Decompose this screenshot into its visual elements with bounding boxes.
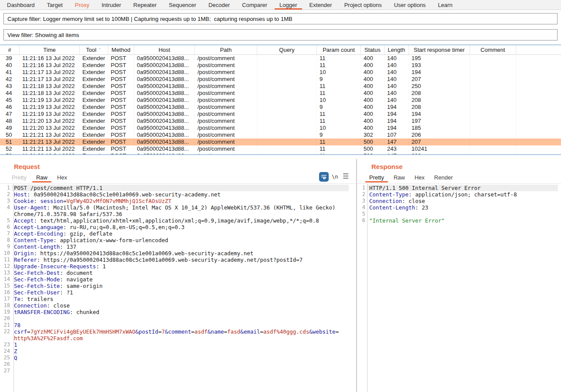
- request-editor[interactable]: 1POST /post/comment HTTP/1.12Host: 0a950…: [0, 183, 356, 374]
- menu-tab-dashboard[interactable]: Dashboard: [1, 0, 41, 10]
- column-header-tool[interactable]: Tool⌃: [80, 45, 108, 54]
- menu-tab-logger[interactable]: Logger: [273, 0, 303, 10]
- cell-status: 400: [361, 55, 384, 62]
- line-number: 2: [0, 191, 12, 198]
- log-row-49[interactable]: 4911:21:20 13 Jul 2022ExtenderPOST0a9500…: [0, 125, 561, 132]
- newline-icon[interactable]: \n: [332, 174, 338, 180]
- log-row-44[interactable]: 4411:21:18 13 Jul 2022ExtenderPOST0a9500…: [0, 90, 561, 97]
- log-row-50[interactable]: 5011:21:21 13 Jul 2022ExtenderPOST0a9500…: [0, 132, 561, 139]
- response-editor[interactable]: 1HTTP/1.1 500 Internal Server Error2Cont…: [357, 183, 561, 224]
- cell-query: [257, 76, 317, 83]
- column-header-number[interactable]: #: [0, 45, 20, 54]
- response-tab-hex[interactable]: Hex: [410, 172, 429, 182]
- menu-tab-user-options[interactable]: User options: [388, 0, 432, 10]
- log-row-45[interactable]: 4511:21:19 13 Jul 2022ExtenderPOST0a9500…: [0, 97, 561, 104]
- cell-time: 11:21:16 13 Jul 2022: [20, 55, 80, 62]
- menu-tab-project-options[interactable]: Project options: [338, 0, 388, 10]
- menu-tab-learn[interactable]: Learn: [432, 0, 459, 10]
- response-tab-render[interactable]: Render: [429, 172, 458, 182]
- editor-menu-icon[interactable]: ☰: [343, 172, 349, 180]
- log-row-40[interactable]: 4011:21:16 13 Jul 2022ExtenderPOST0a9500…: [0, 62, 561, 69]
- cell-length: 140: [384, 83, 409, 90]
- log-row-51[interactable]: 5111:21:21 13 Jul 2022ExtenderPOST0a9500…: [0, 139, 561, 145]
- request-tabs: PrettyRawHex: [7, 172, 72, 182]
- cell-param-count: 10: [317, 125, 361, 132]
- log-row-42[interactable]: 4211:21:17 13 Jul 2022ExtenderPOST0a9500…: [0, 76, 561, 83]
- log-row-52[interactable]: 5211:21:21 13 Jul 2022ExtenderPOST0a9500…: [0, 145, 561, 152]
- line-number: 14: [0, 276, 12, 283]
- menu-tab-target[interactable]: Target: [41, 0, 69, 10]
- cell-comment: [470, 69, 516, 76]
- editor-line: 17Te: trailers: [0, 296, 356, 302]
- editor-line: 16Sec-Fetch-User: ?1: [0, 289, 356, 296]
- response-gutter-divider: [367, 184, 367, 392]
- column-header-comment[interactable]: Comment: [470, 45, 516, 54]
- log-row-47[interactable]: 4711:21:19 13 Jul 2022ExtenderPOST0a9500…: [0, 111, 561, 118]
- column-header-label: Host: [159, 47, 170, 53]
- column-header-host[interactable]: Host: [134, 45, 195, 54]
- cell-host: 0a9500020413d88...: [134, 90, 195, 97]
- log-row-41[interactable]: 4111:21:17 13 Jul 2022ExtenderPOST0a9500…: [0, 69, 561, 76]
- cell-method: POST: [108, 125, 134, 132]
- editor-line: 3Connection: close: [357, 198, 561, 204]
- column-header-start-response-timer[interactable]: Start response timer: [409, 45, 470, 54]
- word-wrap-icon[interactable]: [319, 172, 329, 182]
- cell-number: 39: [0, 55, 20, 62]
- column-header-query[interactable]: Query: [257, 45, 317, 54]
- cell-param-count: 9: [317, 76, 361, 83]
- cell-query: [257, 125, 317, 132]
- editor-line: 8Content-Type: application/x-www-form-ur…: [0, 237, 356, 243]
- line-number: 26: [0, 361, 12, 368]
- line-content: Accept-Language: ru-RU,ru;q=0.8,en-US;q=…: [12, 224, 184, 230]
- response-tab-raw[interactable]: Raw: [389, 172, 410, 182]
- view-filter-text: View filter: Showing all items: [7, 32, 79, 38]
- log-row-43[interactable]: 4311:21:18 13 Jul 2022ExtenderPOST0a9500…: [0, 83, 561, 90]
- request-tab-raw[interactable]: Raw: [31, 172, 52, 182]
- line-content: csrf=7gYzhMCiFvi4gBEyUEEk7HmHSHM7xWAO&po…: [12, 328, 339, 335]
- column-header-length[interactable]: Length: [384, 45, 409, 54]
- capture-filter-bar[interactable]: Capture filter: Logger memory limit set …: [3, 13, 558, 24]
- column-header-status[interactable]: Status: [361, 45, 384, 54]
- cell-status: 400: [361, 83, 384, 90]
- column-header-path[interactable]: Path: [195, 45, 257, 54]
- line-number: 1: [0, 185, 12, 191]
- line-content: Te: trailers: [12, 296, 53, 302]
- panel-splitter[interactable]: [356, 159, 357, 392]
- cell-param-count: 11: [317, 111, 361, 118]
- cell-time: 11:21:19 13 Jul 2022: [20, 97, 80, 104]
- line-content: Sec-Fetch-Mode: navigate: [12, 276, 93, 283]
- menu-tab-intruder[interactable]: Intruder: [95, 0, 127, 10]
- cell-status: 400: [361, 97, 384, 104]
- sort-ascending-icon: ⌃: [98, 47, 102, 52]
- cell-param-count: 11: [317, 55, 361, 62]
- request-tab-pretty[interactable]: Pretty: [7, 172, 31, 182]
- menu-tab-decoder[interactable]: Decoder: [202, 0, 236, 10]
- request-tab-hex[interactable]: Hex: [52, 172, 72, 182]
- menu-tab-proxy[interactable]: Proxy: [69, 0, 95, 10]
- line-number: 19: [0, 309, 12, 315]
- cell-time: 11:21:21 13 Jul 2022: [20, 145, 80, 152]
- column-header-time[interactable]: Time: [20, 45, 80, 54]
- cell-comment: [470, 111, 516, 118]
- menu-tab-sequencer[interactable]: Sequencer: [163, 0, 202, 10]
- cell-time: 11:21:20 13 Jul 2022: [20, 118, 80, 125]
- cell-param-count: 11: [317, 118, 361, 125]
- log-row-46[interactable]: 4611:21:19 13 Jul 2022ExtenderPOST0a9500…: [0, 104, 561, 111]
- log-row-53[interactable]: 5311:21:22 13 Jul 2022ExtenderPOST0a9500…: [0, 152, 561, 155]
- response-tab-pretty[interactable]: Pretty: [364, 172, 389, 182]
- editor-line: 1POST /post/comment HTTP/1.1: [0, 185, 356, 191]
- editor-line: 6Accept-Language: ru-RU,ru;q=0.8,en-US;q…: [0, 224, 356, 230]
- line-content: Sec-Fetch-Dest: document: [12, 270, 93, 276]
- menu-tab-repeater[interactable]: Repeater: [127, 0, 163, 10]
- cell-query: [257, 145, 317, 152]
- cell-method: POST: [108, 152, 134, 155]
- menu-tab-extender[interactable]: Extender: [303, 0, 338, 10]
- column-header-method[interactable]: Method: [108, 45, 134, 54]
- log-row-39[interactable]: 3911:21:16 13 Jul 2022ExtenderPOST0a9500…: [0, 55, 561, 62]
- view-filter-bar[interactable]: View filter: Showing all items: [3, 29, 558, 41]
- column-header-param-count[interactable]: Param count: [317, 45, 361, 54]
- menu-tab-comparer[interactable]: Comparer: [236, 0, 273, 10]
- line-number: 21: [0, 322, 12, 328]
- line-content: 78: [12, 322, 20, 328]
- log-row-48[interactable]: 4811:21:20 13 Jul 2022ExtenderPOST0a9500…: [0, 118, 561, 125]
